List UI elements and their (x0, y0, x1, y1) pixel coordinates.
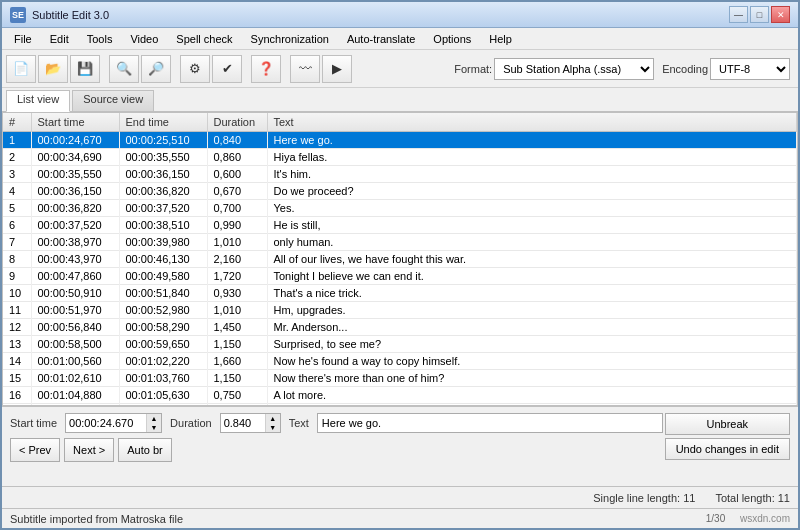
table-row[interactable]: 100:00:24,67000:00:25,5100,840Here we go… (3, 132, 797, 149)
table-row[interactable]: 1100:00:51,97000:00:52,9801,010Hm, upgra… (3, 302, 797, 319)
cell-end: 00:00:37,520 (119, 200, 207, 217)
text-input[interactable] (317, 413, 663, 433)
cell-duration: 1,010 (207, 302, 267, 319)
start-time-down[interactable]: ▼ (147, 423, 161, 432)
fix-button[interactable]: ⚙ (180, 55, 210, 83)
cell-duration: 0,750 (207, 387, 267, 404)
menu-item-spell-check[interactable]: Spell check (168, 31, 240, 47)
cell-text: He is still, (267, 217, 797, 234)
toolbar: 📄 📂 💾 🔍 🔎 ⚙ ✔ ❓ 〰 ▶ Format: Sub Station … (2, 50, 798, 88)
table-row[interactable]: 1200:00:56,84000:00:58,2901,450Mr. Ander… (3, 319, 797, 336)
find-replace-button[interactable]: 🔎 (141, 55, 171, 83)
cell-text: Surprised, to see me? (267, 336, 797, 353)
cell-num: 11 (3, 302, 31, 319)
close-button[interactable]: ✕ (771, 6, 790, 23)
col-header-dur: Duration (207, 113, 267, 132)
help-button[interactable]: ❓ (251, 55, 281, 83)
cell-duration: 1,660 (207, 353, 267, 370)
cell-start: 00:01:04,880 (31, 387, 119, 404)
cell-text: Now there's more than one of him? (267, 370, 797, 387)
table-row[interactable]: 900:00:47,86000:00:49,5801,720Tonight I … (3, 268, 797, 285)
cell-num: 5 (3, 200, 31, 217)
table-row[interactable]: 1000:00:50,91000:00:51,8400,930That's a … (3, 285, 797, 302)
edit-section-buttons: Unbreak Undo changes in edit (665, 413, 790, 460)
prev-button[interactable]: < Prev (10, 438, 60, 462)
menu-item-help[interactable]: Help (481, 31, 520, 47)
cell-text: Hiya fellas. (267, 149, 797, 166)
duration-down[interactable]: ▼ (266, 423, 280, 432)
table-row[interactable]: 500:00:36,82000:00:37,5200,700Yes. (3, 200, 797, 217)
check-button[interactable]: ✔ (212, 55, 242, 83)
cell-end: 00:00:46,130 (119, 251, 207, 268)
table-row[interactable]: 400:00:36,15000:00:36,8200,670Do we proc… (3, 183, 797, 200)
cell-duration: 0,670 (207, 183, 267, 200)
cell-end: 00:01:03,760 (119, 370, 207, 387)
brand-text: wsxdn.com (740, 513, 790, 524)
encoding-select[interactable]: UTF-8 (710, 58, 790, 80)
table-row[interactable]: 700:00:38,97000:00:39,9801,010only human… (3, 234, 797, 251)
table-row[interactable]: 1500:01:02,61000:01:03,7601,150Now there… (3, 370, 797, 387)
start-time-input[interactable] (66, 414, 146, 432)
unbreak-button[interactable]: Unbreak (665, 413, 790, 435)
col-header-text: Text (267, 113, 797, 132)
cell-num: 9 (3, 268, 31, 285)
cell-num: 15 (3, 370, 31, 387)
find-button[interactable]: 🔍 (109, 55, 139, 83)
table-row[interactable]: 1300:00:58,50000:00:59,6501,150Surprised… (3, 336, 797, 353)
auto-br-button[interactable]: Auto br (118, 438, 171, 462)
table-row[interactable]: 600:00:37,52000:00:38,5100,990He is stil… (3, 217, 797, 234)
table-row[interactable]: 800:00:43,97000:00:46,1302,160All of our… (3, 251, 797, 268)
tab-list-view[interactable]: List view (6, 90, 70, 112)
save-button[interactable]: 💾 (70, 55, 100, 83)
table-row[interactable]: 1600:01:04,88000:01:05,6300,750A lot mor… (3, 387, 797, 404)
cell-start: 00:00:50,910 (31, 285, 119, 302)
table-row[interactable]: 300:00:35,55000:00:36,1500,600It's him. (3, 166, 797, 183)
duration-input[interactable] (221, 414, 265, 432)
waveform-button[interactable]: 〰 (290, 55, 320, 83)
subtitle-table-wrapper[interactable]: # Start time End time Duration Text 100:… (2, 112, 798, 406)
maximize-button[interactable]: □ (750, 6, 769, 23)
bottom-right: 1/30 wsxdn.com (706, 513, 790, 524)
cell-num: 10 (3, 285, 31, 302)
menu-item-edit[interactable]: Edit (42, 31, 77, 47)
menu-item-synchronization[interactable]: Synchronization (243, 31, 337, 47)
cell-text: Now he's found a way to copy himself. (267, 353, 797, 370)
cell-duration: 1,150 (207, 370, 267, 387)
cell-start: 00:00:58,500 (31, 336, 119, 353)
tab-source-view[interactable]: Source view (72, 90, 154, 111)
cell-num: 3 (3, 166, 31, 183)
minimize-button[interactable]: — (729, 6, 748, 23)
tab-bar: List view Source view (2, 88, 798, 112)
menu-bar: FileEditToolsVideoSpell checkSynchroniza… (2, 28, 798, 50)
cell-duration: 0,700 (207, 200, 267, 217)
table-row[interactable]: 200:00:34,69000:00:35,5500,860Hiya fella… (3, 149, 797, 166)
video-button[interactable]: ▶ (322, 55, 352, 83)
format-select[interactable]: Sub Station Alpha (.ssa) (494, 58, 654, 80)
table-row[interactable]: 1400:01:00,56000:01:02,2201,660Now he's … (3, 353, 797, 370)
menu-item-tools[interactable]: Tools (79, 31, 121, 47)
bottom-status-text: Subtitle imported from Matroska file (10, 513, 183, 525)
subtitle-table: # Start time End time Duration Text 100:… (3, 113, 797, 406)
menu-item-video[interactable]: Video (122, 31, 166, 47)
next-button[interactable]: Next > (64, 438, 114, 462)
cell-end: 00:01:05,630 (119, 387, 207, 404)
cell-end: 00:00:39,980 (119, 234, 207, 251)
undo-changes-button[interactable]: Undo changes in edit (665, 438, 790, 460)
open-button[interactable]: 📂 (38, 55, 68, 83)
cell-text: Here we go. (267, 132, 797, 149)
cell-start: 00:01:00,560 (31, 353, 119, 370)
new-button[interactable]: 📄 (6, 55, 36, 83)
duration-up[interactable]: ▲ (266, 414, 280, 423)
cell-start: 00:00:37,520 (31, 217, 119, 234)
cell-text: Tonight I believe we can end it. (267, 268, 797, 285)
menu-item-auto-translate[interactable]: Auto-translate (339, 31, 423, 47)
start-time-up[interactable]: ▲ (147, 414, 161, 423)
cell-text: A lot more. (267, 387, 797, 404)
menu-item-file[interactable]: File (6, 31, 40, 47)
menu-item-options[interactable]: Options (425, 31, 479, 47)
cell-start: 00:00:24,670 (31, 132, 119, 149)
cell-end: 00:00:58,290 (119, 319, 207, 336)
table-header-row: # Start time End time Duration Text (3, 113, 797, 132)
cell-num: 4 (3, 183, 31, 200)
start-time-field-wrap: ▲ ▼ (65, 413, 162, 433)
